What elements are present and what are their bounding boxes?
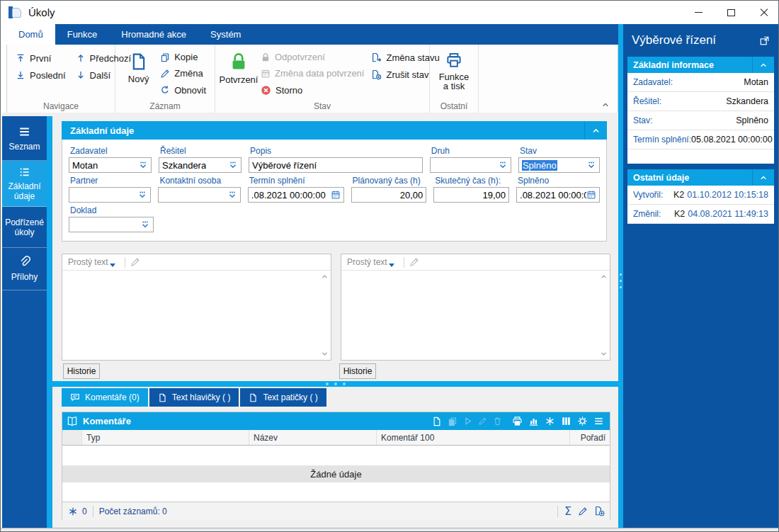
maximize-button[interactable]	[715, 1, 747, 24]
column-komentar[interactable]: Komentář 100	[377, 430, 570, 445]
divider	[404, 257, 404, 268]
ribbon-tab-domu[interactable]: Domů	[6, 24, 55, 45]
dropdown-icon[interactable]	[228, 160, 238, 170]
confirm-button[interactable]: Potvrzení	[220, 47, 257, 98]
record-count: Počet záznamů: 0	[99, 506, 167, 516]
copy-button[interactable]: Kopie	[157, 49, 210, 65]
info-row: Řešitel: Szkandera	[627, 92, 774, 111]
sum-sigma-icon[interactable]: Σ	[564, 506, 572, 517]
column-nazev[interactable]: Název	[249, 430, 377, 445]
sidebar-item-zakladni-udaje[interactable]: Základní údaje	[2, 161, 47, 207]
chart-icon[interactable]	[528, 416, 539, 426]
column-typ[interactable]: Typ	[82, 430, 249, 445]
ribbon-tab-funkce[interactable]: Funkce	[55, 24, 110, 45]
edit-record-icon[interactable]	[478, 417, 487, 426]
ribbon-group-stav: Potvrzení Odpotvrzení Změna data potvrze…	[215, 45, 430, 113]
close-button[interactable]	[747, 1, 779, 24]
right-panel-splitter[interactable]	[618, 24, 623, 528]
sidebar-item-seznam[interactable]: Seznam	[2, 116, 47, 161]
text-format-selector[interactable]: Prostý text	[68, 257, 108, 267]
first-button[interactable]: První	[12, 50, 69, 67]
sidebar-item-podrizene-ukoly[interactable]: Podřízené úkoly	[2, 207, 47, 248]
dropdown-icon[interactable]	[138, 160, 148, 170]
dropdown-icon[interactable]	[140, 220, 150, 230]
doklad-field[interactable]	[69, 217, 154, 232]
collapse-section-button[interactable]	[752, 57, 774, 73]
history-button-right[interactable]: Historie	[339, 363, 376, 379]
dropdown-triangle-icon[interactable]	[389, 264, 394, 267]
history-button-left[interactable]: Historie	[63, 363, 100, 379]
storno-button[interactable]: Storno	[257, 82, 368, 98]
refresh-button[interactable]: Obnovit	[157, 82, 210, 98]
calendar-icon[interactable]	[331, 190, 341, 200]
dropdown-icon[interactable]	[498, 160, 508, 170]
edit-pencil-icon[interactable]	[130, 257, 140, 267]
tab-komentare[interactable]: Komentáře (0)	[62, 388, 148, 407]
tab-text-paticky[interactable]: Text patičky ( )	[240, 388, 326, 407]
dropdown-triangle-icon[interactable]	[110, 264, 115, 267]
scroll-down-icon[interactable]	[600, 350, 608, 358]
scroll-down-icon[interactable]	[321, 350, 329, 358]
auto-refresh-icon[interactable]	[68, 506, 78, 516]
automation-wheel-icon[interactable]	[545, 416, 555, 426]
collapse-section-button[interactable]	[752, 169, 774, 186]
kontaktni-osoba-field[interactable]	[158, 187, 240, 203]
row-selector-column	[62, 430, 82, 445]
skutecny-cas-label: Skutečný čas (h):	[435, 176, 509, 186]
new-button[interactable]: Nový	[120, 47, 157, 98]
popis-field[interactable]: Výběrové řízení	[249, 157, 423, 173]
ribbon-tabbar: Domů Funkce Hromadné akce Systém	[6, 24, 618, 45]
skutecny-cas-field[interactable]: 19,00	[433, 187, 509, 203]
tab-text-hlavicky[interactable]: Text hlavičky ( )	[149, 388, 239, 407]
splitter-handle[interactable]	[620, 273, 622, 288]
column-poradi[interactable]: Pořadí	[570, 430, 610, 445]
popout-icon[interactable]	[759, 35, 770, 46]
resitel-field[interactable]: Szkandera	[159, 157, 241, 173]
last-button[interactable]: Poslední	[12, 67, 69, 84]
edit-pencil-icon[interactable]	[409, 257, 419, 267]
horizontal-splitter[interactable]	[52, 381, 618, 387]
document-x-icon	[371, 69, 382, 80]
change-confirm-date-button[interactable]: Změna data potvrzení	[257, 65, 368, 81]
print-icon[interactable]	[512, 416, 523, 426]
collapse-panel-button[interactable]	[584, 121, 607, 140]
paperclip-icon	[18, 256, 31, 268]
columns-icon[interactable]	[561, 416, 572, 426]
book-icon	[67, 416, 78, 427]
ribbon-tab-hromadne-akce[interactable]: Hromadné akce	[109, 24, 198, 45]
termin-splneni-field[interactable]: .08.2021 00:00:00	[248, 187, 344, 203]
note-text-area[interactable]	[62, 271, 331, 360]
splneno-field[interactable]: .08.2021 00:00:00	[516, 187, 600, 203]
doklad-label: Doklad	[70, 205, 154, 215]
scroll-up-icon[interactable]	[321, 273, 329, 281]
new-record-icon[interactable]	[432, 417, 442, 426]
settings-gear-icon[interactable]	[577, 416, 588, 426]
dropdown-icon[interactable]	[586, 160, 596, 170]
note-text-area[interactable]	[341, 271, 610, 360]
copy-record-icon[interactable]	[448, 417, 457, 426]
delete-record-icon[interactable]	[493, 417, 502, 426]
unconfirm-button[interactable]: Odpotvrzení	[257, 49, 368, 65]
menu-icon[interactable]	[593, 416, 604, 426]
druh-field[interactable]	[430, 157, 511, 173]
partner-field[interactable]	[69, 187, 151, 203]
edit-pencil-icon[interactable]	[578, 506, 588, 516]
calendar-icon[interactable]	[586, 190, 596, 200]
functions-print-button[interactable]: Funkce a tisk	[436, 47, 472, 98]
text-format-selector[interactable]: Prostý text	[347, 257, 387, 267]
stav-field[interactable]: Splněno	[518, 157, 600, 173]
ribbon-collapse-chevron-icon[interactable]	[601, 101, 610, 109]
chevron-up-icon	[759, 61, 768, 69]
scroll-up-icon[interactable]	[600, 273, 608, 281]
play-icon[interactable]	[463, 417, 472, 426]
termin-splneni-label: Termín splnění	[249, 176, 344, 186]
ribbon-tab-system[interactable]: Systém	[198, 24, 253, 45]
planovany-cas-field[interactable]: 20,00	[351, 187, 427, 203]
zadavatel-field[interactable]: Motan	[69, 157, 152, 173]
add-document-icon[interactable]	[594, 506, 605, 516]
change-button[interactable]: Změna	[157, 65, 210, 81]
sidebar-item-prilohy[interactable]: Přílohy	[2, 248, 47, 290]
minimize-button[interactable]	[682, 1, 715, 24]
dropdown-icon[interactable]	[137, 190, 147, 200]
dropdown-icon[interactable]	[227, 190, 237, 200]
